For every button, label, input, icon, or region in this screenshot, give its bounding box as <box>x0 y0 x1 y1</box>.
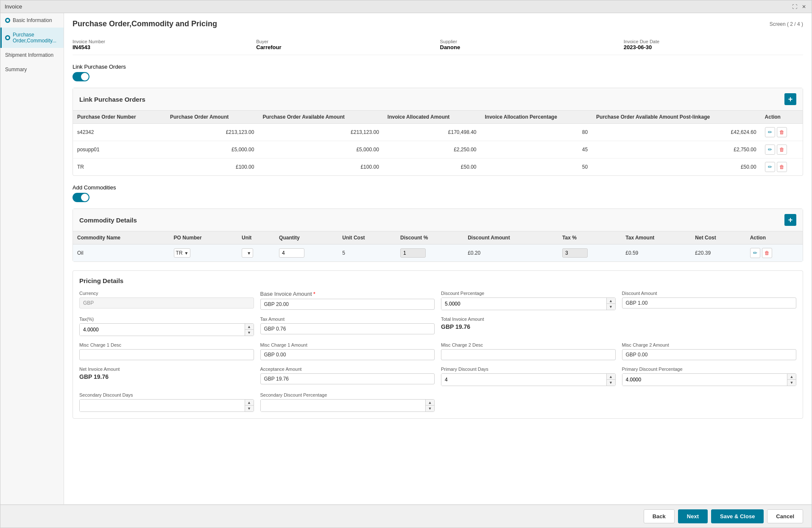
net-invoice-amount-field: Net Invoice Amount GBP 19.76 <box>79 367 254 386</box>
sidebar-item-summary[interactable]: Summary <box>0 62 64 77</box>
po-amount-cell: £100.00 <box>166 158 258 176</box>
secondary-discount-days-controls: ▲ ▼ <box>245 400 254 411</box>
delete-commodity-button[interactable]: 🗑 <box>762 248 772 258</box>
add-po-button[interactable]: + <box>784 93 796 105</box>
tax-field: Tax(%) ▲ ▼ <box>79 317 254 336</box>
cancel-button[interactable]: Cancel <box>767 509 803 523</box>
buyer-label: Buyer <box>256 39 435 44</box>
table-row: Oil TR ▼ ▼ <box>73 245 803 262</box>
tax-down[interactable]: ▼ <box>245 330 254 336</box>
tax-amount-input[interactable] <box>260 323 435 334</box>
commodity-po-number-cell: TR ▼ <box>170 245 237 262</box>
acceptance-amount-label: Acceptance Amount <box>260 367 435 372</box>
add-commodity-button[interactable]: + <box>784 214 796 226</box>
secondary-discount-days-down[interactable]: ▼ <box>245 406 254 411</box>
sidebar-item-shipment-information[interactable]: Shipment Information <box>0 48 64 62</box>
po-number-select[interactable]: TR ▼ <box>174 248 191 258</box>
misc2-amount-input[interactable] <box>622 349 797 360</box>
post-linkage-cell: £2,750.00 <box>592 141 761 158</box>
discount-pct-input[interactable] <box>400 248 426 258</box>
primary-discount-days-input[interactable] <box>441 374 606 386</box>
edit-commodity-button[interactable]: ✏ <box>750 248 760 258</box>
col-po-amount: Purchase Order Amount <box>166 111 258 124</box>
discount-pct-input[interactable] <box>441 298 606 310</box>
close-button[interactable]: ✕ <box>801 3 807 10</box>
primary-discount-pct-label: Primary Discount Percentage <box>622 367 797 372</box>
delete-po-button[interactable]: 🗑 <box>777 162 787 172</box>
primary-discount-pct-up[interactable]: ▲ <box>787 374 796 380</box>
discount-pct-up[interactable]: ▲ <box>607 298 615 304</box>
misc2-desc-input[interactable] <box>441 349 616 360</box>
edit-icon: ✏ <box>768 164 772 170</box>
base-invoice-amount-input[interactable] <box>260 299 435 310</box>
po-amount-cell: £213,123.00 <box>166 124 258 141</box>
edit-po-button[interactable]: ✏ <box>765 162 775 172</box>
col-post-linkage: Purchase Order Available Amount Post-lin… <box>592 111 761 124</box>
back-button[interactable]: Back <box>644 509 675 523</box>
action-cell: ✏ 🗑 <box>761 158 803 176</box>
tax-amount-field: Tax Amount <box>260 317 435 336</box>
primary-discount-pct-down[interactable]: ▼ <box>787 380 796 386</box>
po-number-cell: TR <box>73 158 166 176</box>
commodity-table-card: Commodity Details + Commodity Name PO Nu… <box>73 208 803 262</box>
acceptance-amount-field: Acceptance Amount <box>260 367 435 386</box>
expand-button[interactable]: ⛶ <box>791 3 798 10</box>
window-title: Invoice <box>5 3 22 10</box>
edit-po-button[interactable]: ✏ <box>765 127 775 137</box>
add-commodities-toggle[interactable] <box>73 193 89 202</box>
secondary-discount-pct-label: Secondary Discount Percentage <box>260 392 435 397</box>
misc1-amount-input[interactable] <box>260 349 435 360</box>
post-linkage-cell: £50.00 <box>592 158 761 176</box>
unit-select[interactable]: ▼ <box>242 248 253 258</box>
col-tax-amount: Tax Amount <box>621 231 691 245</box>
commodity-table-title: Commodity Details <box>79 217 137 224</box>
commodity-quantity-cell <box>275 245 338 262</box>
po-amount-cell: £5,000.00 <box>166 141 258 158</box>
secondary-discount-pct-up[interactable]: ▲ <box>426 400 434 406</box>
misc1-desc-input[interactable] <box>79 349 254 360</box>
invoice-allocated-cell: £170,498.40 <box>383 124 481 141</box>
primary-discount-days-down[interactable]: ▼ <box>607 380 615 386</box>
discount-pct-down[interactable]: ▼ <box>607 304 615 310</box>
tax-pct-input[interactable] <box>562 248 588 258</box>
table-row: TR £100.00 £100.00 £50.00 50 £50.00 ✏ 🗑 <box>73 158 803 176</box>
tax-input[interactable] <box>80 324 245 336</box>
add-commodities-toggle-section: Add Commodities <box>73 184 803 191</box>
save-close-button[interactable]: Save & Close <box>711 509 764 523</box>
secondary-discount-days-field: Secondary Discount Days ▲ ▼ <box>79 392 254 412</box>
sidebar-item-purchase-order-commodity[interactable]: Purchase Order,Commodity... <box>0 28 64 48</box>
secondary-discount-pct-spinner: ▲ ▼ <box>260 399 435 412</box>
edit-po-button[interactable]: ✏ <box>765 145 775 155</box>
primary-discount-days-spinner: ▲ ▼ <box>441 373 616 386</box>
delete-icon: 🗑 <box>779 164 784 170</box>
tax-amount-label: Tax Amount <box>260 317 435 322</box>
next-button[interactable]: Next <box>678 509 708 523</box>
post-linkage-cell: £42,624.60 <box>592 124 761 141</box>
discount-pct-field: Discount Percentage ▲ ▼ <box>441 291 616 310</box>
link-po-toggle[interactable] <box>73 72 89 81</box>
currency-label: Currency <box>79 291 254 296</box>
secondary-discount-days-up[interactable]: ▲ <box>245 400 254 406</box>
col-discount-amount: Discount Amount <box>463 231 558 245</box>
misc2-amount-field: Misc Charge 2 Amount <box>622 342 797 360</box>
discount-amount-label: Discount Amount <box>622 291 797 296</box>
secondary-discount-pct-down[interactable]: ▼ <box>426 406 434 411</box>
delete-po-button[interactable]: 🗑 <box>777 127 787 137</box>
discount-amount-input[interactable] <box>622 297 797 308</box>
acceptance-amount-input[interactable] <box>260 373 435 384</box>
sidebar-item-basic-information[interactable]: Basic Information <box>0 13 64 28</box>
secondary-discount-pct-input[interactable] <box>261 400 426 411</box>
allocation-pct-cell: 50 <box>481 158 592 176</box>
primary-discount-days-field: Primary Discount Days ▲ ▼ <box>441 367 616 386</box>
primary-discount-days-up[interactable]: ▲ <box>607 374 615 380</box>
invoice-number-label: Invoice Number <box>73 39 252 44</box>
delete-po-button[interactable]: 🗑 <box>777 145 787 155</box>
commodity-unit-cost-cell: 5 <box>338 245 396 262</box>
secondary-discount-days-label: Secondary Discount Days <box>79 392 254 397</box>
tax-up[interactable]: ▲ <box>245 324 254 330</box>
secondary-discount-days-input[interactable] <box>80 400 245 411</box>
primary-discount-pct-input[interactable] <box>622 374 787 386</box>
quantity-input[interactable] <box>279 248 304 258</box>
buyer-value: Carrefour <box>256 44 281 50</box>
supplier-value: Danone <box>440 44 460 50</box>
